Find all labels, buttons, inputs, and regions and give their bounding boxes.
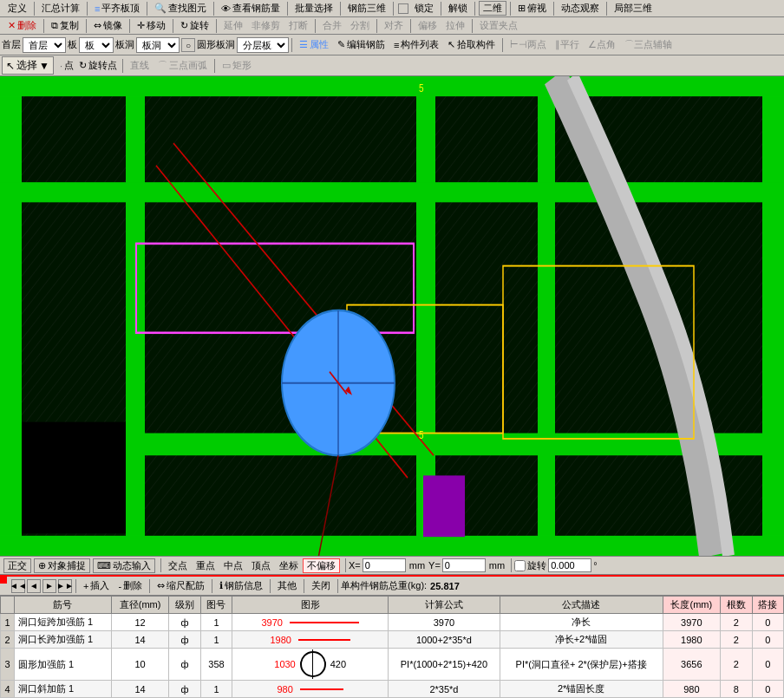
dynamic-icon: ⌨ xyxy=(97,560,111,571)
btn-insert[interactable]: + 插入 xyxy=(80,578,113,593)
list-icon: ≡ xyxy=(394,40,399,50)
cell-count-4: 8 xyxy=(721,681,752,698)
btn-set-grip[interactable]: 设置夹点 xyxy=(476,18,521,33)
btn-batch-select[interactable]: 批量选择 xyxy=(291,1,336,16)
btn-rebar-3d[interactable]: 钢筋三维 xyxy=(344,1,389,16)
btn-two-point[interactable]: ⊢⊣ 两点 xyxy=(506,37,550,52)
btn-break[interactable]: 打断 xyxy=(285,18,311,33)
btn-align-top[interactable]: ≡ 平齐板顶 xyxy=(91,1,143,16)
menu-define[interactable]: 定义 xyxy=(4,1,30,16)
btn-orthogonal[interactable]: 正交 xyxy=(3,558,31,573)
btn-select[interactable]: ↖ 选择 ▼ xyxy=(2,56,54,75)
btn-local-3d[interactable]: 局部三维 xyxy=(611,1,656,16)
layer-select[interactable]: 分层板1 xyxy=(237,37,289,53)
cell-overlap-4: 0 xyxy=(752,681,784,698)
btn-move[interactable]: ✛ 移动 xyxy=(134,18,169,33)
btn-dynamic-view[interactable]: 动态观察 xyxy=(558,1,603,16)
btn-rotate[interactable]: ↻ 旋转 xyxy=(177,18,212,33)
nav-first[interactable]: ◄◄ xyxy=(11,579,25,593)
btn-2d[interactable]: 二维 xyxy=(479,1,506,16)
rotate-input[interactable] xyxy=(548,558,591,572)
move-icon: ✛ xyxy=(137,20,145,31)
col-grade: 级别 xyxy=(169,597,200,614)
btn-intersection[interactable]: 交点 xyxy=(165,558,191,573)
btn-unlock[interactable]: 解锁 xyxy=(445,1,471,16)
btn-offset[interactable]: 偏移 xyxy=(415,18,441,33)
btn-parallel[interactable]: ∥ 平行 xyxy=(552,37,583,52)
btn-point-angle[interactable]: ∠ 点角 xyxy=(585,37,619,52)
cell-formula-1: 3970 xyxy=(389,614,500,631)
btn-copy[interactable]: ⧉ 复制 xyxy=(48,18,82,33)
hole-select[interactable]: 板洞 xyxy=(136,37,180,53)
btn-component-list[interactable]: ≡ 构件列表 xyxy=(390,37,442,52)
btn-pick-component[interactable]: ↖ 拾取构件 xyxy=(444,37,499,52)
lock-icon xyxy=(398,3,408,14)
btn-no-trim[interactable]: 非修剪 xyxy=(248,18,284,33)
dropdown-icon: ▼ xyxy=(39,60,49,72)
btn-midweight[interactable]: 重点 xyxy=(193,558,219,573)
btn-coord[interactable]: 坐标 xyxy=(276,558,302,573)
table-row: 1 洞口短跨加强筋 1 12 ф 1 3970 3970 净长 xyxy=(1,614,784,631)
btn-extend[interactable]: 延伸 xyxy=(220,18,246,33)
rotate-point-icon: ↻ xyxy=(79,60,87,71)
btn-line[interactable]: 直线 xyxy=(127,58,153,73)
btn-rebar-info[interactable]: ℹ 钢筋信息 xyxy=(216,578,266,593)
rotate-label: 旋转 xyxy=(527,559,546,572)
btn-arc[interactable]: ⌒ 三点画弧 xyxy=(154,58,211,73)
type-select[interactable]: 板 xyxy=(79,37,114,53)
svg-rect-9 xyxy=(538,76,555,556)
cell-overlap-1: 0 xyxy=(752,614,784,631)
btn-find-element[interactable]: 🔍 查找图元 xyxy=(151,1,210,16)
shape-icon: ○ xyxy=(181,38,195,52)
btn-no-offset[interactable]: 不偏移 xyxy=(303,558,340,573)
nav-last[interactable]: ►► xyxy=(58,579,72,593)
arc-icon: ⌒ xyxy=(158,59,167,72)
btn-dynamic-input[interactable]: ⌨ 动态输入 xyxy=(93,558,155,573)
btn-three-point-aux[interactable]: ⌒ 三点辅轴 xyxy=(621,37,676,52)
check-rotate-point[interactable]: ↻ 旋转点 xyxy=(79,59,117,72)
view-icon: 👁 xyxy=(221,3,231,14)
btn-delete-row[interactable]: - 删除 xyxy=(114,578,146,593)
sep-bt-5 xyxy=(304,579,304,593)
btn-merge[interactable]: 合并 xyxy=(319,18,345,33)
svg-rect-26 xyxy=(423,475,465,537)
x-input[interactable] xyxy=(363,558,406,572)
nav-next[interactable]: ► xyxy=(42,579,56,593)
floor-select[interactable]: 首层 xyxy=(23,37,66,53)
btn-view-rebar[interactable]: 👁 查看钢筋量 xyxy=(218,1,284,16)
col-count: 根数 xyxy=(721,597,752,614)
cell-diameter-4: 14 xyxy=(111,681,169,698)
sep7 xyxy=(393,2,394,16)
nav-prev[interactable]: ◄ xyxy=(27,579,41,593)
btn-midpoint[interactable]: 中点 xyxy=(220,558,246,573)
btn-stretch[interactable]: 拉伸 xyxy=(442,18,468,33)
check-point[interactable]: · 点 xyxy=(60,59,74,72)
search-icon: 🔍 xyxy=(154,3,167,14)
btn-split[interactable]: 分割 xyxy=(347,18,373,33)
btn-property[interactable]: ☰ 属性 xyxy=(296,37,332,52)
btn-lock[interactable]: 锁定 xyxy=(411,1,437,16)
btn-other[interactable]: 其他 xyxy=(274,578,300,593)
btn-scale-rebar[interactable]: ⇔ 缩尺配筋 xyxy=(154,578,208,593)
sep-t2-1 xyxy=(43,19,44,33)
btn-object-snap[interactable]: ⊕ 对象捕捉 xyxy=(34,558,90,573)
btn-topview[interactable]: ⊞ 俯视 xyxy=(514,1,550,16)
rotate-checkbox[interactable] xyxy=(514,560,526,571)
cell-name-1: 洞口短跨加强筋 1 xyxy=(15,614,112,631)
btn-total-calc[interactable]: 汇总计算 xyxy=(38,1,83,16)
floor-label: 首层 xyxy=(2,38,21,51)
sep-t2-6 xyxy=(315,19,316,33)
btn-close-panel[interactable]: 关闭 xyxy=(308,578,334,593)
btn-vertex[interactable]: 顶点 xyxy=(248,558,274,573)
cell-formula-4: 2*35*d xyxy=(389,681,500,698)
btn-edit-rebar[interactable]: ✎ 编辑钢筋 xyxy=(334,37,389,52)
y-input[interactable] xyxy=(442,558,486,572)
snap-icon: ⊕ xyxy=(38,560,46,571)
cell-formula-2: 1000+2*35*d xyxy=(389,631,500,649)
btn-delete[interactable]: ✕ 删除 xyxy=(4,18,40,33)
btn-mirror[interactable]: ⇔ 镜像 xyxy=(90,18,126,33)
btn-align[interactable]: 对齐 xyxy=(381,18,407,33)
canvas-area[interactable]: 5 5 2 xyxy=(0,76,784,556)
cell-diameter-2: 14 xyxy=(111,631,169,649)
btn-rect[interactable]: ▭ 矩形 xyxy=(219,58,255,73)
